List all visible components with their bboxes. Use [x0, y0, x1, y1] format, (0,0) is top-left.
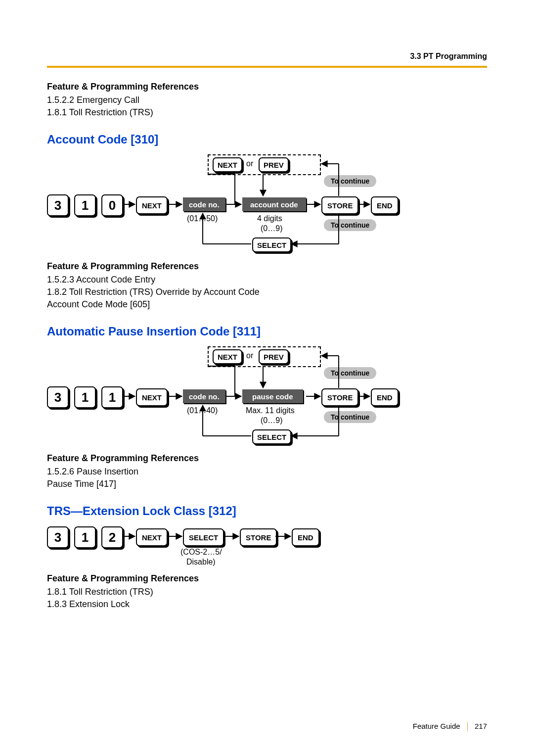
digit-1: 1	[74, 386, 96, 408]
s312-ref-0: 1.8.1 Toll Restriction (TRS)	[47, 587, 487, 597]
s311-ref-1: Pause Time [417]	[47, 479, 487, 489]
digit-1: 1	[74, 526, 96, 548]
nav-next: NEXT	[213, 157, 242, 172]
footer-guide: Feature Guide	[413, 722, 460, 730]
select-sub1: (COS-2…5/	[180, 548, 222, 557]
footer-page: 217	[475, 722, 487, 730]
digit-0: 3	[47, 386, 69, 408]
nav-next: NEXT	[213, 349, 242, 364]
pause-code-box: pause code	[242, 389, 303, 403]
digit-0: 3	[47, 526, 69, 548]
to-continue-bot: To continue	[324, 219, 376, 231]
diagram-312: 3 1 2 NEXT SELECT (COS-2…5/ Disable) STO…	[47, 524, 487, 573]
s310-refs-title: Feature & Programming References	[47, 261, 487, 272]
store-key: STORE	[321, 388, 358, 406]
s311-refs-title: Feature & Programming References	[47, 453, 487, 464]
diagram-310: 3 1 0 NEXT code no. (01…50) account code…	[47, 152, 487, 261]
select-key: SELECT	[252, 237, 291, 252]
s310-ref-2: Account Code Mode [605]	[47, 299, 487, 310]
code-no-range: (01…40)	[187, 406, 218, 415]
to-continue-bot: To continue	[324, 411, 376, 423]
code-no-range: (01…50)	[187, 214, 218, 223]
end-key: END	[371, 196, 399, 214]
intro-refs-title: Feature & Programming References	[47, 82, 487, 92]
nav-prev: PREV	[259, 157, 289, 172]
acct-sub1: 4 digits	[257, 214, 282, 223]
digit-2: 1	[101, 386, 123, 408]
next-key: NEXT	[136, 528, 168, 546]
s312-refs-title: Feature & Programming References	[47, 573, 487, 584]
section-title-311: Automatic Pause Insertion Code [311]	[47, 325, 487, 338]
account-code-box: account code	[242, 197, 306, 211]
s312-ref-1: 1.8.3 Extension Lock	[47, 599, 487, 610]
pc-sub2: (0…9)	[261, 416, 282, 425]
select-key: SELECT	[252, 429, 291, 444]
end-key: END	[371, 388, 399, 406]
header-rule	[47, 66, 487, 68]
select-key: SELECT	[183, 528, 224, 546]
next-key: NEXT	[136, 388, 168, 406]
digit-0: 3	[47, 194, 69, 216]
nav-or: or	[246, 351, 253, 360]
footer-divider	[467, 722, 468, 731]
s311-ref-0: 1.5.2.6 Pause Insertion	[47, 467, 487, 477]
page-header: 3.3 PT Programming	[47, 52, 487, 61]
s310-ref-0: 1.5.2.3 Account Code Entry	[47, 275, 487, 285]
acct-sub2: (0…9)	[261, 224, 282, 233]
digit-1: 1	[74, 194, 96, 216]
intro-ref-0: 1.5.2.2 Emergency Call	[47, 95, 487, 105]
digit-2: 0	[101, 194, 123, 216]
store-key: STORE	[240, 528, 277, 546]
next-key: NEXT	[136, 196, 168, 214]
diagram-311: 3 1 1 NEXT code no. (01…40) pause code M…	[47, 344, 487, 453]
page-footer: Feature Guide 217	[413, 722, 487, 731]
select-sub2: Disable)	[186, 558, 216, 567]
end-key: END	[292, 528, 319, 546]
to-continue-top: To continue	[324, 175, 376, 187]
pc-sub1: Max. 11 digits	[246, 406, 295, 415]
nav-prev: PREV	[259, 349, 289, 364]
to-continue-top: To continue	[324, 367, 376, 379]
code-no-box: code no.	[183, 389, 225, 403]
store-key: STORE	[321, 196, 358, 214]
s310-ref-1: 1.8.2 Toll Restriction (TRS) Override by…	[47, 287, 487, 297]
section-title-310: Account Code [310]	[47, 133, 487, 146]
nav-or: or	[246, 159, 253, 168]
intro-ref-1: 1.8.1 Toll Restriction (TRS)	[47, 107, 487, 118]
section-title-312: TRS—Extension Lock Class [312]	[47, 504, 487, 518]
code-no-box: code no.	[183, 197, 225, 211]
digit-2: 2	[101, 526, 123, 548]
